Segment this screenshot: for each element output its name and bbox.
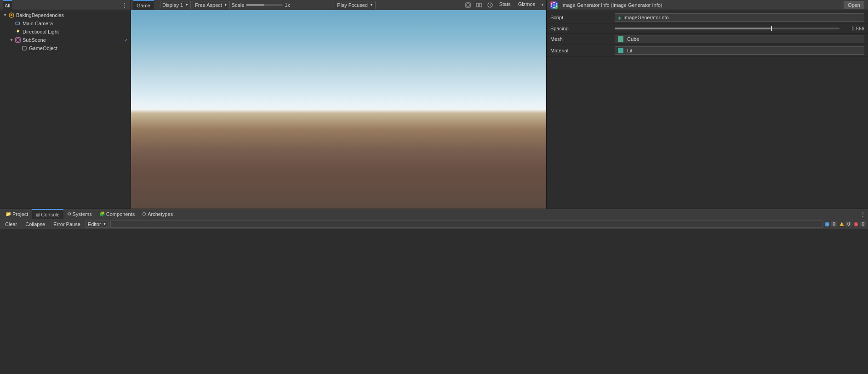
aspect-dropdown[interactable]: Free Aspect ▼	[193, 1, 230, 9]
material-label: Material	[550, 48, 615, 53]
svg-rect-15	[480, 3, 482, 7]
hierarchy-label-camera: Main Camera	[23, 21, 53, 26]
project-tab-icon: 📁	[6, 211, 11, 216]
hierarchy-item-subscene[interactable]: ▼ SubScene ✓	[0, 36, 131, 44]
spacing-slider-fill	[615, 28, 772, 29]
svg-line-18	[490, 5, 491, 6]
toggle-btn-1[interactable]	[463, 1, 473, 9]
hierarchy-header: All ⋮	[0, 0, 131, 10]
game-tab[interactable]: Game	[133, 0, 154, 10]
tab-project-label: Project	[12, 211, 28, 217]
inspector-row-spacing: Spacing 0.566	[547, 23, 868, 34]
display-label: Display 1	[162, 2, 183, 8]
svg-rect-13	[467, 4, 469, 6]
scale-slider[interactable]	[246, 4, 283, 6]
expand-arrow-baking[interactable]: ▼	[2, 13, 8, 17]
main-area: All ⋮ ▼ BakingDependencies	[0, 0, 868, 209]
scene-icon	[8, 12, 15, 18]
mesh-label: Mesh	[550, 36, 615, 42]
tab-components[interactable]: 🧩 Components	[96, 209, 138, 219]
info-count-badge: 0	[831, 221, 837, 227]
script-label: Script	[550, 15, 615, 20]
tab-project[interactable]: 📁 Project	[2, 209, 32, 219]
editor-dropdown[interactable]: Editor ▼	[86, 221, 109, 228]
inspector-panel: Image Generator Info (Image Generator In…	[546, 0, 868, 209]
script-name: ImageGeneratorInfo	[623, 15, 668, 20]
svg-point-20	[553, 4, 555, 6]
warn-count-badge: 0	[845, 221, 852, 227]
hierarchy-item-gameobject[interactable]: GameObject	[0, 44, 131, 52]
hierarchy-item-dir-light[interactable]: Directional Light	[0, 28, 131, 36]
clear-btn[interactable]: Clear	[2, 221, 20, 228]
collapse-btn[interactable]: Collapse	[22, 221, 48, 228]
hierarchy-label-subscene: SubScene	[23, 37, 46, 43]
stats-btn[interactable]: Stats	[497, 1, 514, 9]
svg-marker-3	[19, 22, 20, 25]
scale-label: Scale	[232, 2, 245, 8]
aspect-arrow: ▼	[224, 3, 228, 7]
game-canvas	[131, 10, 546, 209]
right-toolbar: Stats Gizmos ▼	[463, 1, 544, 9]
console-tab-icon: ▤	[35, 212, 40, 217]
info-count: i 0	[824, 221, 837, 227]
game-view-panel: Game Display 1 ▼ Free Aspect ▼ Scale	[131, 0, 546, 209]
console-search-input[interactable]	[110, 221, 822, 228]
mesh-value: Cube	[615, 35, 864, 43]
camera-icon	[15, 20, 21, 27]
toggle-btn-3[interactable]	[485, 1, 495, 9]
bottom-tabs: 📁 Project ▤ Console ⚙ Systems 🧩 Componen…	[0, 209, 868, 219]
tab-archetypes[interactable]: ⬡ Archetypes	[138, 209, 177, 219]
play-arrow: ▼	[370, 3, 373, 7]
editor-arrow: ▼	[103, 222, 107, 226]
error-pause-btn[interactable]: Error Pause	[50, 221, 84, 228]
display-dropdown[interactable]: Display 1 ▼	[160, 1, 191, 9]
spacing-label: Spacing	[550, 26, 615, 31]
error-count-badge: 0	[860, 221, 866, 227]
svg-text:✕: ✕	[855, 223, 857, 226]
console-toolbar: Clear Collapse Error Pause Editor ▼ i 0 …	[0, 219, 868, 229]
material-field[interactable]: Lit	[615, 46, 864, 55]
game-toolbar: Game Display 1 ▼ Free Aspect ▼ Scale	[131, 0, 546, 10]
archetypes-tab-icon: ⬡	[142, 211, 146, 216]
bottom-area: 📁 Project ▤ Console ⚙ Systems 🧩 Componen…	[0, 209, 868, 374]
spacing-slider-container	[615, 28, 839, 29]
tab-console-label: Console	[41, 212, 59, 217]
spacing-value-container: 0.566	[615, 26, 864, 31]
script-field[interactable]: ◈ ImageGeneratorInfo	[615, 13, 864, 22]
error-count: ✕ 0	[853, 221, 866, 227]
tab-systems[interactable]: ⚙ Systems	[63, 209, 96, 219]
script-value: ◈ ImageGeneratorInfo	[615, 13, 864, 22]
toggle-btn-2[interactable]	[474, 1, 484, 9]
scale-value: 1x	[285, 2, 290, 8]
hierarchy-label-baking: BakingDependencies	[16, 12, 64, 18]
svg-rect-11	[23, 46, 26, 50]
hierarchy-label-gameobject: GameObject	[29, 45, 57, 51]
scale-slider-fill	[246, 4, 264, 6]
open-button[interactable]: Open	[844, 1, 864, 9]
hierarchy-item-main-camera[interactable]: Main Camera	[0, 19, 131, 28]
mesh-field[interactable]: Cube	[615, 35, 864, 43]
hierarchy-label-light: Directional Light	[23, 29, 59, 34]
spacing-slider-thumb[interactable]	[771, 26, 772, 31]
svg-rect-14	[476, 3, 479, 7]
hierarchy-item-baking-deps[interactable]: ▼ BakingDependencies	[0, 11, 131, 19]
tab-components-label: Components	[106, 211, 135, 217]
subscene-icon	[15, 37, 21, 43]
tab-console[interactable]: ▤ Console	[32, 209, 63, 219]
spacing-slider-track[interactable]	[615, 28, 839, 29]
gizmos-arrow[interactable]: ▼	[541, 3, 544, 7]
script-icon: ◈	[618, 15, 622, 20]
aspect-label: Free Aspect	[195, 2, 222, 8]
bottom-tab-menu[interactable]: ⋮	[860, 210, 866, 218]
light-icon	[15, 28, 21, 35]
sky-bg	[131, 10, 546, 209]
expand-arrow-subscene[interactable]: ▼	[8, 38, 15, 42]
play-label: Play Focused	[337, 2, 368, 8]
hierarchy-menu-dots[interactable]: ⋮	[121, 1, 128, 9]
inspector-panel-icon	[550, 1, 558, 9]
play-focused-btn[interactable]: Play Focused ▼	[335, 1, 376, 9]
play-bar: Play Focused ▼	[335, 1, 376, 9]
inspector-row-mesh: Mesh Cube	[547, 34, 868, 45]
gizmos-btn[interactable]: Gizmos	[515, 1, 538, 9]
hierarchy-tab[interactable]: All	[3, 0, 12, 10]
